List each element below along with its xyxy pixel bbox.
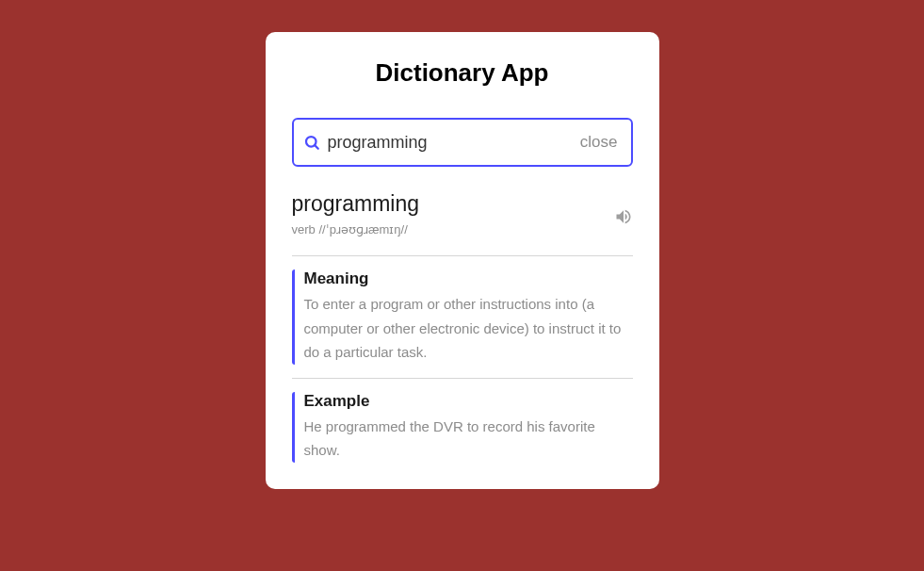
example-text: He programmed the DVR to record his favo… bbox=[304, 415, 633, 463]
example-label: Example bbox=[304, 392, 633, 411]
search-container: close bbox=[292, 118, 633, 167]
part-of-speech: verb bbox=[292, 222, 316, 237]
search-input[interactable] bbox=[320, 133, 580, 153]
svg-line-1 bbox=[315, 145, 318, 149]
meaning-text: To enter a program or other instructions… bbox=[304, 292, 633, 365]
close-button[interactable]: close bbox=[580, 133, 622, 152]
divider bbox=[292, 255, 633, 256]
dictionary-card: Dictionary App close programming verb //… bbox=[266, 32, 659, 489]
word-block: programming verb //ˈpɹəʊɡɹæmɪŋ// bbox=[292, 191, 420, 237]
meaning-label: Meaning bbox=[304, 269, 633, 288]
result-word: programming bbox=[292, 191, 420, 217]
phonetic-text: /ˈpɹəʊɡɹæmɪŋ/ bbox=[322, 222, 404, 237]
example-section: Example He programmed the DVR to record … bbox=[292, 392, 633, 463]
app-title: Dictionary App bbox=[292, 58, 633, 88]
word-row: programming verb //ˈpɹəʊɡɹæmɪŋ// bbox=[292, 191, 633, 237]
speaker-icon[interactable] bbox=[614, 207, 633, 226]
divider bbox=[292, 378, 633, 379]
search-icon bbox=[303, 134, 320, 151]
meaning-section: Meaning To enter a program or other inst… bbox=[292, 269, 633, 365]
result-phonetic: verb //ˈpɹəʊɡɹæmɪŋ// bbox=[292, 222, 420, 237]
